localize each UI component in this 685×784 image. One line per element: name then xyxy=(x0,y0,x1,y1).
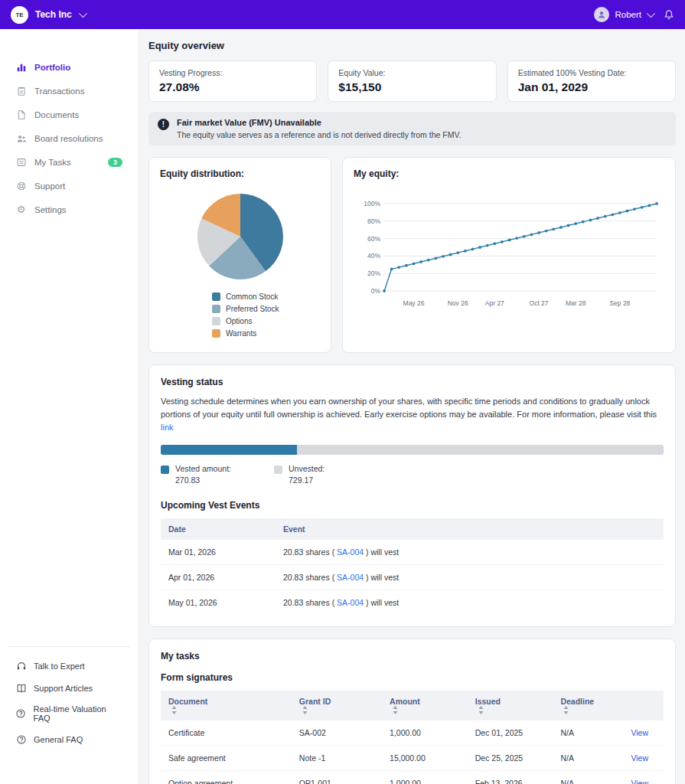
column-header-amount[interactable]: Amount xyxy=(382,691,468,720)
sidebar-item-label: Portfolio xyxy=(34,63,70,72)
legend-item: Warrants xyxy=(212,329,320,338)
sidebar-item-valuation-faq[interactable]: Real-time Valuation FAQ xyxy=(8,699,130,728)
column-header-issued[interactable]: Issued xyxy=(468,691,553,720)
svg-text:Apr 27: Apr 27 xyxy=(485,299,504,307)
sort-icon xyxy=(393,706,398,714)
pie-chart xyxy=(160,191,320,282)
chevron-down-icon xyxy=(79,9,87,18)
task-issued: Dec 01, 2025 xyxy=(468,720,553,746)
sidebar-item-settings[interactable]: ⚙ Settings xyxy=(0,198,138,221)
card-title: Equity distribution: xyxy=(160,168,320,179)
footer-item-label: Real-time Valuation FAQ xyxy=(34,704,122,723)
notice-title: Fair market Value (FMV) Unavailable xyxy=(177,118,461,127)
page-title: Equity overview xyxy=(148,40,676,51)
event-date: Apr 01, 2026 xyxy=(161,565,276,590)
sidebar-item-board-resolutions[interactable]: Board resolutions xyxy=(0,126,138,150)
portfolio-icon xyxy=(15,61,27,73)
legend-item: Preferred Stock xyxy=(212,305,320,313)
card-title: Vesting status xyxy=(161,377,664,387)
event-date: May 01, 2026 xyxy=(161,590,276,616)
task-amount: 1,000.00 xyxy=(382,720,468,746)
sidebar-item-support-articles[interactable]: Support Articles xyxy=(8,677,130,699)
task-document: Option agreement xyxy=(161,771,292,784)
view-link[interactable]: View xyxy=(631,728,648,737)
headset-icon xyxy=(15,660,27,671)
my-tasks-card: My tasks Form signatures Document Grant … xyxy=(148,639,676,784)
book-icon xyxy=(15,682,27,694)
company-switcher[interactable]: TE Tech Inc xyxy=(11,6,85,24)
grant-link[interactable]: SA-004 xyxy=(334,598,366,607)
column-header-grant-id[interactable]: Grant ID xyxy=(292,691,382,720)
stat-value: 27.08% xyxy=(159,80,306,94)
legend-label: Preferred Stock xyxy=(226,305,279,313)
table-row: Apr 01, 2026 20.83 shares ( SA-004 ) wil… xyxy=(161,565,664,590)
table-row: Safe agreement Note -1 15,000.00 Dec 25,… xyxy=(161,746,664,771)
column-header-event[interactable]: Event xyxy=(276,518,664,540)
user-menu[interactable]: Robert xyxy=(594,7,653,22)
notifications-bell-icon[interactable] xyxy=(664,9,674,20)
task-document: Safe agreement xyxy=(161,746,292,771)
legend-swatch xyxy=(212,292,220,301)
stat-card-vesting-date: Estimated 100% Vesting Date: Jan 01, 202… xyxy=(507,60,676,102)
stat-label: Estimated 100% Vesting Date: xyxy=(518,68,665,77)
table-row: Certificate SA-002 1,000.00 Dec 01, 2025… xyxy=(161,720,664,746)
grant-link[interactable]: SA-004 xyxy=(334,573,366,582)
column-header-deadline[interactable]: Deadline xyxy=(553,691,623,720)
footer-item-label: Support Articles xyxy=(34,684,93,693)
info-icon: ! xyxy=(158,119,169,130)
card-title: My equity: xyxy=(354,168,664,179)
question-circle-icon xyxy=(15,708,27,720)
stat-label: Equity Value: xyxy=(338,68,485,77)
legend-label: Unvested: xyxy=(289,464,325,473)
column-header-date[interactable]: Date xyxy=(161,518,276,540)
notice-text: Fair market Value (FMV) Unavailable The … xyxy=(177,118,461,139)
footer-item-label: General FAQ xyxy=(34,735,83,744)
sidebar-item-talk-to-expert[interactable]: Talk to Expert xyxy=(8,655,130,677)
table-row: Mar 01, 2026 20.83 shares ( SA-004 ) wil… xyxy=(161,540,664,565)
charts-row: Equity distribution: Common Stock Prefer… xyxy=(148,157,676,353)
task-document: Certificate xyxy=(161,720,292,746)
event-text: 20.83 shares ( SA-004 ) will vest xyxy=(276,565,664,590)
legend-label: Options xyxy=(226,317,252,325)
sidebar-item-portfolio[interactable]: Portfolio xyxy=(0,55,138,79)
stat-label: Vesting Progress: xyxy=(159,68,306,77)
sidebar-item-general-faq[interactable]: General FAQ xyxy=(8,728,130,750)
sidebar-item-transactions[interactable]: Transactions xyxy=(0,79,138,103)
legend-swatch xyxy=(212,305,220,313)
pie-legend: Common Stock Preferred Stock Options xyxy=(212,292,320,338)
vesting-legend: Vested amount: 270.83 Unvested: 729.17 xyxy=(161,464,664,485)
sidebar-item-label: My Tasks xyxy=(34,158,71,167)
legend-swatch xyxy=(212,317,220,325)
vesting-info-link[interactable]: link xyxy=(161,423,174,432)
view-link[interactable]: View xyxy=(631,779,648,784)
column-header-document[interactable]: Document xyxy=(161,691,292,720)
view-link[interactable]: View xyxy=(631,753,648,763)
people-icon xyxy=(15,132,27,144)
grant-link[interactable]: SA-004 xyxy=(334,547,366,557)
topbar-right: Robert xyxy=(594,7,674,22)
topbar: TE Tech Inc Robert xyxy=(0,0,685,29)
sidebar-item-documents[interactable]: Documents xyxy=(0,103,138,126)
transactions-icon xyxy=(15,85,27,96)
company-name: Tech Inc xyxy=(35,9,72,20)
legend-value: 729.17 xyxy=(289,475,325,485)
sidebar-item-support[interactable]: Support xyxy=(0,174,138,198)
task-deadline: N/A xyxy=(553,771,623,784)
svg-text:60%: 60% xyxy=(367,235,380,243)
sort-icon xyxy=(171,706,177,714)
card-title: My tasks xyxy=(161,651,664,662)
sidebar-item-label: Documents xyxy=(34,110,79,119)
task-grant-id: Note -1 xyxy=(292,746,382,771)
tasks-table: Document Grant ID Amount Issued Deadline… xyxy=(161,691,664,784)
task-grant-id: OP1-001 xyxy=(292,771,382,784)
task-grant-id: SA-002 xyxy=(292,720,382,746)
sidebar-item-label: Support xyxy=(34,181,65,191)
task-issued: Feb 13, 2026 xyxy=(468,771,553,784)
event-text: 20.83 shares ( SA-004 ) will vest xyxy=(276,590,664,616)
svg-text:40%: 40% xyxy=(367,252,380,260)
content-wrap: Portfolio Transactions Documents Board r… xyxy=(0,29,685,784)
task-deadline: N/A xyxy=(553,746,623,771)
sidebar-item-my-tasks[interactable]: My Tasks 3 xyxy=(0,150,138,174)
vesting-status-card: Vesting status Vesting schedule determin… xyxy=(148,364,676,627)
svg-text:20%: 20% xyxy=(367,270,380,277)
